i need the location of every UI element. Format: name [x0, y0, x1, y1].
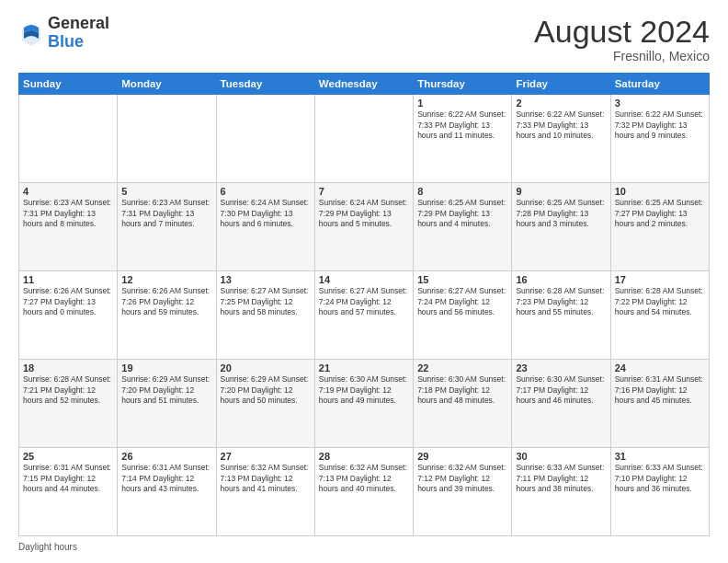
- day-number: 22: [417, 362, 507, 373]
- calendar-day-cell: 23Sunrise: 6:30 AM Sunset: 7:17 PM Dayli…: [512, 360, 610, 448]
- logo-general: General: [48, 15, 109, 33]
- calendar-day-cell: [314, 95, 413, 183]
- calendar-week-row: 18Sunrise: 6:28 AM Sunset: 7:21 PM Dayli…: [19, 360, 710, 448]
- day-number: 8: [417, 186, 507, 197]
- day-info: Sunrise: 6:25 AM Sunset: 7:28 PM Dayligh…: [516, 198, 606, 229]
- day-number: 11: [23, 274, 113, 285]
- calendar-day-cell: 30Sunrise: 6:33 AM Sunset: 7:11 PM Dayli…: [512, 448, 610, 536]
- day-info: Sunrise: 6:28 AM Sunset: 7:23 PM Dayligh…: [516, 286, 606, 317]
- calendar-day-cell: 14Sunrise: 6:27 AM Sunset: 7:24 PM Dayli…: [314, 271, 413, 360]
- logo-icon: [18, 20, 44, 46]
- day-info: Sunrise: 6:27 AM Sunset: 7:24 PM Dayligh…: [319, 286, 409, 317]
- calendar-day-cell: 11Sunrise: 6:26 AM Sunset: 7:27 PM Dayli…: [19, 271, 118, 360]
- day-number: 12: [121, 274, 211, 285]
- day-number: 4: [23, 186, 113, 197]
- day-number: 16: [516, 274, 606, 285]
- day-number: 27: [221, 451, 311, 462]
- calendar-week-row: 25Sunrise: 6:31 AM Sunset: 7:15 PM Dayli…: [19, 448, 710, 536]
- day-number: 14: [319, 274, 409, 285]
- day-info: Sunrise: 6:32 AM Sunset: 7:13 PM Dayligh…: [319, 463, 409, 494]
- day-info: Sunrise: 6:23 AM Sunset: 7:31 PM Dayligh…: [23, 198, 113, 229]
- day-number: 30: [516, 451, 606, 462]
- day-info: Sunrise: 6:31 AM Sunset: 7:15 PM Dayligh…: [23, 463, 113, 494]
- title-block: August 2024 Fresnillo, Mexico: [534, 15, 710, 63]
- day-info: Sunrise: 6:24 AM Sunset: 7:29 PM Dayligh…: [319, 198, 409, 229]
- calendar-day-cell: 4Sunrise: 6:23 AM Sunset: 7:31 PM Daylig…: [19, 183, 118, 271]
- day-info: Sunrise: 6:32 AM Sunset: 7:12 PM Dayligh…: [417, 463, 507, 494]
- calendar-day-cell: 6Sunrise: 6:24 AM Sunset: 7:30 PM Daylig…: [216, 183, 314, 271]
- calendar-day-cell: 9Sunrise: 6:25 AM Sunset: 7:28 PM Daylig…: [512, 183, 610, 271]
- calendar-header-row: SundayMondayTuesdayWednesdayThursdayFrid…: [19, 74, 710, 95]
- calendar-day-cell: 19Sunrise: 6:29 AM Sunset: 7:20 PM Dayli…: [118, 360, 216, 448]
- calendar-day-cell: [216, 95, 314, 183]
- logo: General Blue: [18, 15, 109, 52]
- day-info: Sunrise: 6:28 AM Sunset: 7:22 PM Dayligh…: [615, 286, 705, 317]
- day-info: Sunrise: 6:27 AM Sunset: 7:24 PM Dayligh…: [417, 286, 507, 317]
- calendar-day-cell: 17Sunrise: 6:28 AM Sunset: 7:22 PM Dayli…: [610, 271, 709, 360]
- calendar-day-cell: 31Sunrise: 6:33 AM Sunset: 7:10 PM Dayli…: [610, 448, 709, 536]
- day-number: 26: [121, 451, 211, 462]
- day-number: 29: [417, 451, 507, 462]
- calendar-day-cell: 8Sunrise: 6:25 AM Sunset: 7:29 PM Daylig…: [414, 183, 512, 271]
- day-info: Sunrise: 6:28 AM Sunset: 7:21 PM Dayligh…: [23, 374, 113, 406]
- day-number: 7: [319, 186, 409, 197]
- calendar-day-cell: 13Sunrise: 6:27 AM Sunset: 7:25 PM Dayli…: [216, 271, 314, 360]
- calendar-day-cell: 10Sunrise: 6:25 AM Sunset: 7:27 PM Dayli…: [610, 183, 709, 271]
- day-number: 17: [615, 274, 705, 285]
- day-info: Sunrise: 6:30 AM Sunset: 7:18 PM Dayligh…: [417, 374, 507, 406]
- day-info: Sunrise: 6:26 AM Sunset: 7:26 PM Dayligh…: [121, 286, 211, 317]
- day-number: 21: [319, 362, 409, 373]
- day-info: Sunrise: 6:32 AM Sunset: 7:13 PM Dayligh…: [221, 463, 311, 494]
- day-number: 19: [121, 362, 211, 373]
- calendar-day-cell: 7Sunrise: 6:24 AM Sunset: 7:29 PM Daylig…: [314, 183, 413, 271]
- day-info: Sunrise: 6:22 AM Sunset: 7:33 PM Dayligh…: [417, 109, 507, 141]
- calendar-day-cell: 2Sunrise: 6:22 AM Sunset: 7:33 PM Daylig…: [512, 95, 610, 183]
- calendar-week-row: 1Sunrise: 6:22 AM Sunset: 7:33 PM Daylig…: [19, 95, 710, 183]
- footer-label: Daylight hours: [18, 542, 77, 552]
- calendar-day-cell: 5Sunrise: 6:23 AM Sunset: 7:31 PM Daylig…: [118, 183, 216, 271]
- day-info: Sunrise: 6:29 AM Sunset: 7:20 PM Dayligh…: [221, 374, 311, 406]
- calendar-day-cell: 28Sunrise: 6:32 AM Sunset: 7:13 PM Dayli…: [314, 448, 413, 536]
- calendar-day-header: Friday: [512, 74, 610, 95]
- calendar-day-cell: [19, 95, 118, 183]
- day-number: 28: [319, 451, 409, 462]
- day-number: 3: [615, 98, 705, 109]
- calendar-day-cell: 12Sunrise: 6:26 AM Sunset: 7:26 PM Dayli…: [118, 271, 216, 360]
- calendar-day-header: Wednesday: [314, 74, 413, 95]
- footer: Daylight hours: [18, 542, 710, 552]
- calendar-day-cell: 25Sunrise: 6:31 AM Sunset: 7:15 PM Dayli…: [19, 448, 118, 536]
- calendar-day-cell: 1Sunrise: 6:22 AM Sunset: 7:33 PM Daylig…: [414, 95, 512, 183]
- calendar-day-cell: 16Sunrise: 6:28 AM Sunset: 7:23 PM Dayli…: [512, 271, 610, 360]
- calendar-week-row: 11Sunrise: 6:26 AM Sunset: 7:27 PM Dayli…: [19, 271, 710, 360]
- calendar-day-cell: 24Sunrise: 6:31 AM Sunset: 7:16 PM Dayli…: [610, 360, 709, 448]
- calendar-day-cell: 29Sunrise: 6:32 AM Sunset: 7:12 PM Dayli…: [414, 448, 512, 536]
- day-info: Sunrise: 6:22 AM Sunset: 7:32 PM Dayligh…: [615, 109, 705, 141]
- day-number: 25: [23, 451, 113, 462]
- calendar-table: SundayMondayTuesdayWednesdayThursdayFrid…: [18, 73, 710, 536]
- day-number: 6: [221, 186, 311, 197]
- calendar-day-header: Sunday: [19, 74, 118, 95]
- day-info: Sunrise: 6:24 AM Sunset: 7:30 PM Dayligh…: [221, 198, 311, 229]
- calendar-day-cell: 21Sunrise: 6:30 AM Sunset: 7:19 PM Dayli…: [314, 360, 413, 448]
- calendar-day-cell: [118, 95, 216, 183]
- day-number: 24: [615, 362, 705, 373]
- day-info: Sunrise: 6:29 AM Sunset: 7:20 PM Dayligh…: [121, 374, 211, 406]
- day-number: 5: [121, 186, 211, 197]
- day-info: Sunrise: 6:30 AM Sunset: 7:17 PM Dayligh…: [516, 374, 606, 406]
- calendar-day-cell: 20Sunrise: 6:29 AM Sunset: 7:20 PM Dayli…: [216, 360, 314, 448]
- day-number: 23: [516, 362, 606, 373]
- calendar-day-cell: 22Sunrise: 6:30 AM Sunset: 7:18 PM Dayli…: [414, 360, 512, 448]
- calendar-day-header: Saturday: [610, 74, 709, 95]
- day-info: Sunrise: 6:27 AM Sunset: 7:25 PM Dayligh…: [221, 286, 311, 317]
- location: Fresnillo, Mexico: [534, 49, 710, 63]
- day-info: Sunrise: 6:33 AM Sunset: 7:10 PM Dayligh…: [615, 463, 705, 494]
- logo-blue: Blue: [48, 33, 109, 52]
- day-number: 18: [23, 362, 113, 373]
- day-info: Sunrise: 6:26 AM Sunset: 7:27 PM Dayligh…: [23, 286, 113, 317]
- month-year: August 2024: [534, 15, 710, 49]
- calendar-day-cell: 15Sunrise: 6:27 AM Sunset: 7:24 PM Dayli…: [414, 271, 512, 360]
- calendar-day-header: Tuesday: [216, 74, 314, 95]
- calendar-day-cell: 26Sunrise: 6:31 AM Sunset: 7:14 PM Dayli…: [118, 448, 216, 536]
- day-number: 31: [615, 451, 705, 462]
- day-info: Sunrise: 6:31 AM Sunset: 7:14 PM Dayligh…: [121, 463, 211, 494]
